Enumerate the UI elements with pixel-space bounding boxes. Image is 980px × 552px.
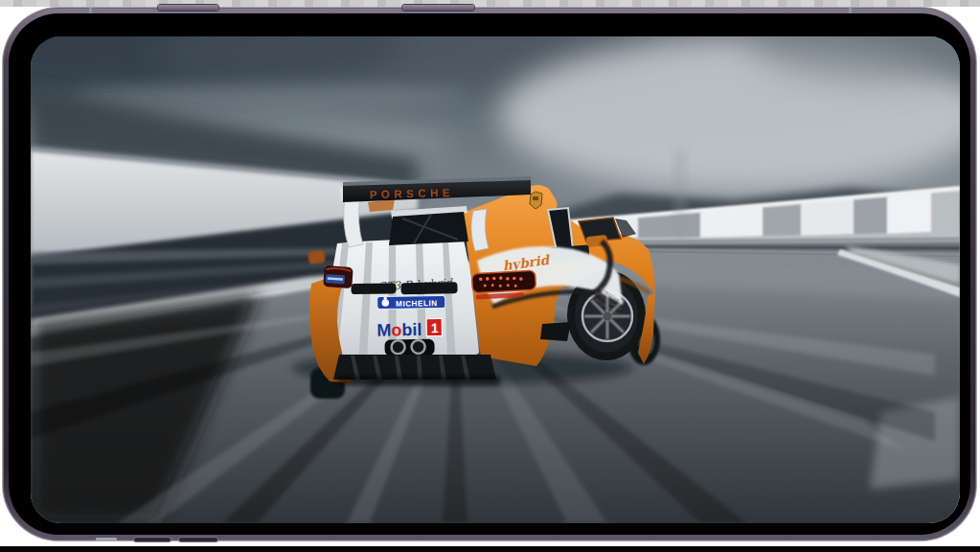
power-button[interactable] [402,5,474,11]
brake-duct [540,322,571,341]
microphone-slot [134,538,171,541]
exhaust [384,339,434,356]
exhaust-pipe [391,340,404,354]
left-mirror [308,250,326,264]
svg-text:bil: bil [401,320,422,339]
left-taillight [323,265,353,288]
rear-vent-left [351,283,396,294]
michelin-label: MICHELIN [396,299,438,309]
letterbox-bar [0,546,980,552]
diffuser [333,355,500,385]
rear-vent-right [400,282,457,294]
exhaust-pipe [411,340,424,354]
sim-tray [96,538,117,541]
video-artifact-strip [0,0,980,7]
wing-porsche-label: PORSCHE [370,187,455,200]
distant-pole-blur [674,150,686,242]
svg-text:o: o [391,320,401,339]
phone-bezel: hybrid GT3 R hybrid [9,13,970,535]
wallpaper-scene: hybrid GT3 R hybrid [31,36,960,523]
svg-text:M: M [376,320,391,339]
speaker-slot [179,538,217,541]
michelin-banner: MICHELIN [377,295,445,309]
phone-screen-wallpaper[interactable]: hybrid GT3 R hybrid [31,36,960,523]
mobil-one-digit: 1 [431,320,439,335]
phone-frame: hybrid GT3 R hybrid [3,8,976,540]
volume-button[interactable] [158,5,218,11]
